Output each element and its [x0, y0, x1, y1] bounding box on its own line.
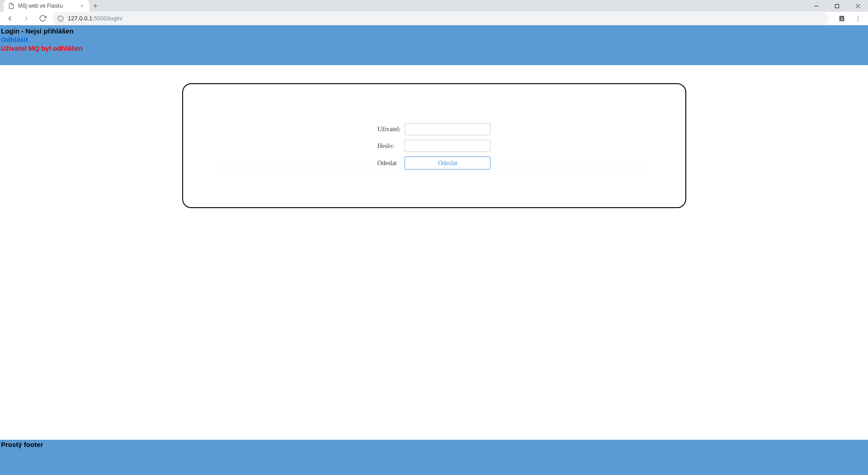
footer-banner: Prostý footer [0, 440, 868, 475]
password-label: Heslo: [376, 138, 402, 154]
browser-tab-title: Můj web ve Flasku [18, 3, 75, 9]
address-bar[interactable]: 127.0.0.1:5000/login/ [52, 12, 828, 25]
footer-text: Prostý footer [1, 441, 43, 448]
divider [219, 168, 649, 168]
browser-tab-strip: Můj web ve Flasku [0, 0, 868, 12]
nav-forward-button[interactable] [20, 12, 33, 25]
svg-rect-5 [835, 4, 839, 8]
browser-tab-active[interactable]: Můj web ve Flasku [4, 0, 90, 12]
submit-row-label: Odeslat [376, 155, 402, 171]
file-icon [8, 3, 14, 9]
login-card: Uživatel: Heslo: Odeslat Odeslat [182, 83, 686, 208]
new-tab-button[interactable] [90, 0, 101, 12]
nav-back-button[interactable] [4, 12, 16, 25]
flash-message: Uživatel MQ byl odhlášen [1, 44, 867, 53]
username-label: Uživatel: [376, 121, 402, 137]
toolbar-right-icons [832, 12, 864, 25]
url-text: 127.0.0.1:5000/login/ [68, 15, 123, 22]
svg-point-15 [858, 20, 859, 21]
close-icon[interactable] [79, 3, 85, 9]
account-icon[interactable] [835, 12, 848, 25]
svg-point-12 [841, 17, 842, 19]
kebab-menu-icon[interactable] [852, 12, 864, 25]
main-content: Uživatel: Heslo: Odeslat Odeslat [0, 65, 868, 440]
username-input[interactable] [405, 123, 491, 135]
window-minimize-button[interactable] [806, 0, 826, 12]
url-port-path: :5000/login/ [92, 15, 123, 22]
header-banner: Login - Nejsi přihlášen Odhlásit Uživate… [0, 25, 868, 65]
svg-point-14 [858, 18, 859, 19]
login-form: Uživatel: Heslo: Odeslat Odeslat [375, 120, 493, 172]
logout-link[interactable]: Odhlásit [1, 36, 867, 44]
page-title: Login - Nejsi přihlášen [1, 27, 867, 36]
svg-point-13 [858, 16, 859, 17]
url-host: 127.0.0.1 [68, 15, 92, 22]
site-info-icon[interactable] [57, 15, 64, 22]
nav-reload-button[interactable] [36, 12, 49, 25]
window-controls [806, 0, 868, 12]
browser-toolbar: 127.0.0.1:5000/login/ [0, 12, 868, 25]
password-input[interactable] [405, 140, 491, 152]
window-maximize-button[interactable] [826, 0, 847, 12]
window-close-button[interactable] [847, 0, 868, 12]
